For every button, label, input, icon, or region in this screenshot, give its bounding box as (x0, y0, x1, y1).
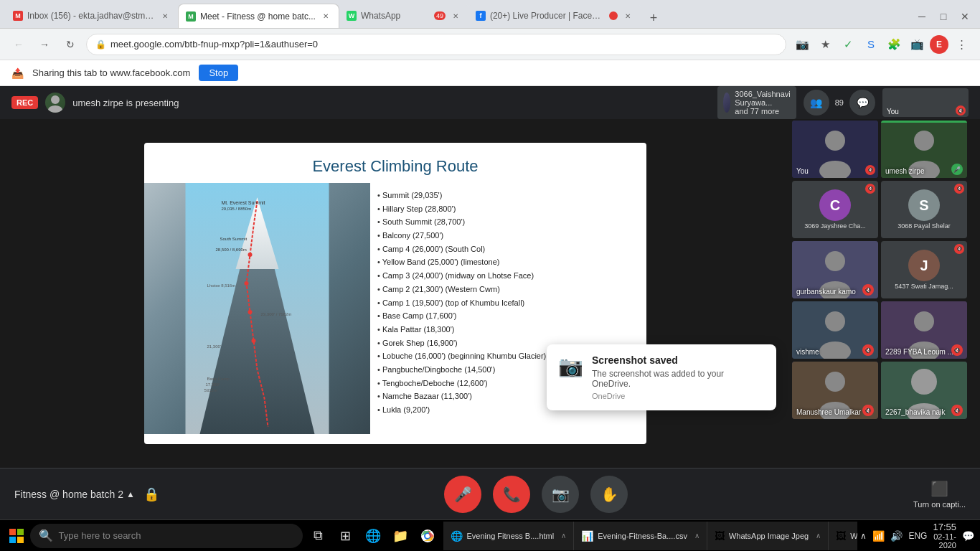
chevron-up-icon[interactable]: ∧ (860, 531, 867, 541)
participants-icon[interactable]: 👥 (804, 90, 829, 116)
tab-facebook-close[interactable]: ✕ (622, 10, 633, 22)
meet-favicon: M (186, 11, 196, 22)
svg-point-7 (248, 310, 253, 314)
participant-swati: 🔇 J 5437 Swati Jamag... (881, 241, 967, 298)
nav-actions: 📷 ★ ✓ S 🧩 📺 E ⋮ (792, 34, 971, 55)
search-icon: 🔍 (39, 529, 53, 542)
taskbar-search-box[interactable]: 🔍 Type here to search (30, 524, 303, 548)
minimize-button[interactable]: ─ (913, 9, 931, 24)
address-bar[interactable]: 🔒 meet.google.com/btb-fnup-mxp?pli=1&aut… (86, 34, 786, 55)
participants-icon-symbol: 👥 (810, 97, 822, 108)
meeting-name: Fitness @ home batch 2 (14, 489, 123, 500)
taskbar-file-jpeg2[interactable]: 🖼 WhatsApp Image Jpeg ∧ (829, 522, 857, 550)
tab-gmail-close[interactable]: ✕ (159, 10, 171, 22)
jpeg1-file-close[interactable]: ∧ (816, 532, 821, 540)
notification-icon[interactable]: 💬 (962, 530, 974, 542)
jayshree-mute-icon: 🔇 (865, 184, 875, 194)
svg-point-29 (825, 311, 845, 331)
lock-icon: 🔒 (95, 39, 106, 50)
whatsapp-favicon: W (347, 11, 357, 21)
manushree-label: Manushree Umalkar (796, 408, 861, 416)
participants-row-2: 🔇 C 3069 Jayshree Cha... 🔇 S 3068 Payal … (791, 179, 980, 240)
svg-text:Lhotse 8,516m: Lhotse 8,516m (207, 283, 236, 288)
tab-bar: M Inbox (156) - ekta.jadhav@stmir... ✕ M… (0, 0, 980, 29)
taskbar-file-csv[interactable]: 📊 Evening-Fitness-Ba....csv ∧ (574, 522, 707, 550)
content-area: Everest Climbing Route (0, 119, 980, 468)
mic-button[interactable]: 🎤 (444, 476, 481, 513)
svg-point-8 (252, 339, 256, 343)
back-button[interactable]: ← (9, 34, 29, 55)
caption-label: Turn on capti... (913, 500, 966, 509)
raise-hand-button[interactable]: ✋ (590, 476, 628, 513)
checkmark-icon: ✓ (838, 34, 858, 55)
meeting-chevron-icon[interactable]: ▲ (126, 489, 135, 499)
profile-icon-s: S (861, 34, 881, 55)
camera-icon[interactable]: 📷 (792, 34, 812, 55)
end-call-button[interactable]: 📞 (493, 476, 530, 513)
new-tab-button[interactable]: + (644, 8, 664, 28)
tab-facebook[interactable]: f (20+) Live Producer | Facebo... ✕ (468, 4, 641, 28)
list-item-4: Balcony (27,500') (377, 229, 639, 242)
user-profile[interactable]: E (930, 35, 948, 54)
star-icon[interactable]: ★ (815, 34, 835, 55)
camera-button[interactable]: 📷 (542, 476, 579, 513)
cast-icon[interactable]: 📺 (907, 34, 927, 55)
taskbar-file-html[interactable]: 🌐 Evening Fitness B....html ∧ (443, 522, 575, 550)
menu-icon[interactable]: ⋮ (951, 34, 971, 55)
widgets-button[interactable]: ⊞ (333, 523, 359, 549)
volume-icon[interactable]: 🔊 (890, 530, 903, 542)
meeting-controls: 🎤 📞 📷 ✋ (444, 476, 628, 513)
svg-point-6 (245, 281, 249, 286)
svg-text:23,300' / 7162m: 23,300' / 7162m (261, 312, 292, 316)
participant-jayshree: 🔇 C 3069 Jayshree Cha... (792, 181, 878, 238)
list-item-5: Camp 4 (26,000') (South Col) (377, 242, 639, 256)
presentation-area: Everest Climbing Route (0, 119, 791, 468)
bhavika-mute-icon: 🔇 (951, 405, 963, 416)
slide-title: Everest Climbing Route (144, 143, 646, 183)
toast-title: Screenshot saved (592, 354, 765, 366)
captions-button[interactable]: ⬛ Turn on capti... (913, 480, 966, 509)
maximize-button[interactable]: □ (934, 9, 953, 24)
gurbans-label: gurbanskaur kamo (796, 288, 856, 296)
meet-icons: 👥 89 💬 (804, 90, 875, 116)
list-item-6: Yellow Band (25,000') (limestone) (377, 255, 639, 269)
taskbar-file-jpeg1[interactable]: 🖼 WhatsApp Image Jpeg ∧ (707, 522, 829, 550)
svg-text:Base Camp: Base Camp (207, 377, 230, 381)
toast-icon: 📷 (558, 354, 583, 378)
task-view-button[interactable]: ⧉ (306, 523, 331, 549)
taskbar-files: 🌐 Evening Fitness B....html ∧ 📊 Evening-… (443, 522, 858, 550)
chat-icon[interactable]: 💬 (849, 90, 875, 116)
you-video-label: You (796, 167, 809, 175)
extension-icon[interactable]: 🧩 (884, 34, 904, 55)
toast-text: The screenshot was added to your OneDriv… (592, 369, 765, 389)
jpeg2-file-name: WhatsApp Image Jpeg (850, 532, 857, 540)
svg-point-46 (425, 534, 430, 538)
edge-browser-taskbar[interactable]: 🌐 (360, 523, 386, 549)
jayshree-name: 3069 Jayshree Cha... (804, 222, 866, 230)
gurbans-mute-icon: 🔇 (862, 284, 874, 296)
tab-whatsapp-close[interactable]: ✕ (450, 10, 461, 22)
refresh-button[interactable]: ↻ (60, 34, 80, 55)
svg-text:17,300': 17,300' (206, 382, 220, 387)
presenter-avatar (45, 93, 65, 113)
toast-body: Screenshot saved The screenshot was adde… (592, 354, 765, 400)
start-button[interactable] (6, 522, 27, 550)
tab-meet-close[interactable]: ✕ (320, 11, 331, 22)
umesh-speaking-icon: 🎤 (951, 164, 963, 175)
close-button[interactable]: ✕ (956, 9, 974, 24)
participants-row-4: vishme 🔇 2289 FYBA Leoum ... 🔇 (791, 300, 980, 360)
stop-sharing-button[interactable]: Stop (199, 65, 238, 81)
svg-rect-42 (9, 537, 16, 543)
forward-button[interactable]: → (34, 34, 55, 55)
presenting-text: umesh zirpe is presenting (72, 98, 179, 108)
explorer-button[interactable]: 📁 (387, 523, 413, 549)
html-file-close[interactable]: ∧ (561, 532, 566, 540)
tab-meet-title: Meet - Fitness @ home batc... (200, 11, 316, 22)
svg-point-35 (825, 372, 845, 392)
tab-gmail[interactable]: M Inbox (156) - ekta.jadhav@stmir... ✕ (6, 4, 178, 28)
tab-meet[interactable]: M Meet - Fitness @ home batc... ✕ (178, 4, 339, 28)
csv-file-close[interactable]: ∧ (694, 532, 699, 540)
tab-whatsapp[interactable]: W WhatsApp 49 ✕ (339, 4, 468, 28)
chrome-taskbar[interactable] (415, 523, 440, 549)
jpeg2-file-icon: 🖼 (836, 530, 846, 542)
